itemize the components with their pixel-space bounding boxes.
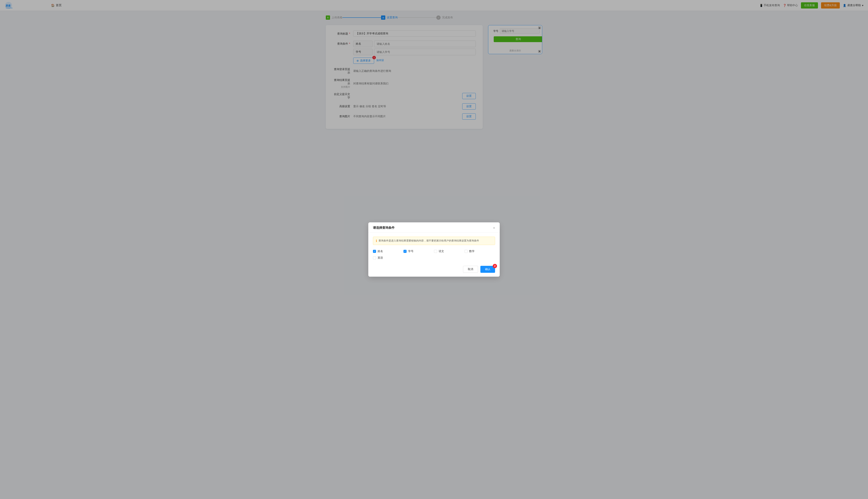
checkbox-chinese-label: 语文	[439, 250, 444, 253]
checkbox-name-label: 姓名	[377, 250, 383, 253]
notice-icon: ℹ	[376, 239, 377, 243]
checkbox-math-label: 数学	[469, 250, 474, 253]
checkbox-item-math[interactable]: 数学	[465, 250, 495, 253]
checkbox-chinese[interactable]	[434, 250, 437, 253]
checkbox-math[interactable]	[465, 250, 468, 253]
dialog-body: ℹ 查询条件是进入查询结果需要校验的内容，请不要把展示给用户的查询结果设置为查询…	[368, 233, 500, 264]
dialog-header: 请选择查询条件 ×	[368, 222, 500, 233]
checkbox-english[interactable]	[373, 256, 376, 259]
dialog: 请选择查询条件 × ℹ 查询条件是进入查询结果需要校验的内容，请不要把展示给用户…	[368, 222, 500, 277]
checkbox-studentid-label: 学号	[408, 250, 413, 253]
checkbox-studentid[interactable]: ✓	[403, 250, 407, 253]
checkbox-name[interactable]: ✓	[373, 250, 376, 253]
dialog-notice: ℹ 查询条件是进入查询结果需要校验的内容，请不要把展示给用户的查询结果设置为查询…	[373, 237, 495, 245]
checkbox-item-studentid[interactable]: ✓ 学号	[403, 250, 434, 253]
confirm-badge: 2	[493, 264, 497, 268]
dialog-title: 请选择查询条件	[373, 226, 395, 230]
confirm-button[interactable]: 确认 2	[480, 266, 495, 273]
overlay: 请选择查询条件 × ℹ 查询条件是进入查询结果需要校验的内容，请不要把展示给用户…	[0, 0, 868, 499]
cancel-button[interactable]: 取消	[463, 266, 478, 273]
notice-text: 查询条件是进入查询结果需要校验的内容，请不要把展示给用户的查询结果设置为查询条件	[378, 239, 479, 243]
checkbox-item-english[interactable]: 英语	[373, 256, 403, 260]
dialog-close-button[interactable]: ×	[493, 226, 495, 230]
checkbox-grid: ✓ 姓名 ✓ 学号 语文 数学 英语	[373, 249, 495, 260]
checkbox-english-label: 英语	[377, 256, 383, 260]
checkbox-item-chinese[interactable]: 语文	[434, 250, 465, 253]
dialog-footer: 取消 确认 2	[368, 264, 500, 277]
checkbox-item-name[interactable]: ✓ 姓名	[373, 250, 403, 253]
